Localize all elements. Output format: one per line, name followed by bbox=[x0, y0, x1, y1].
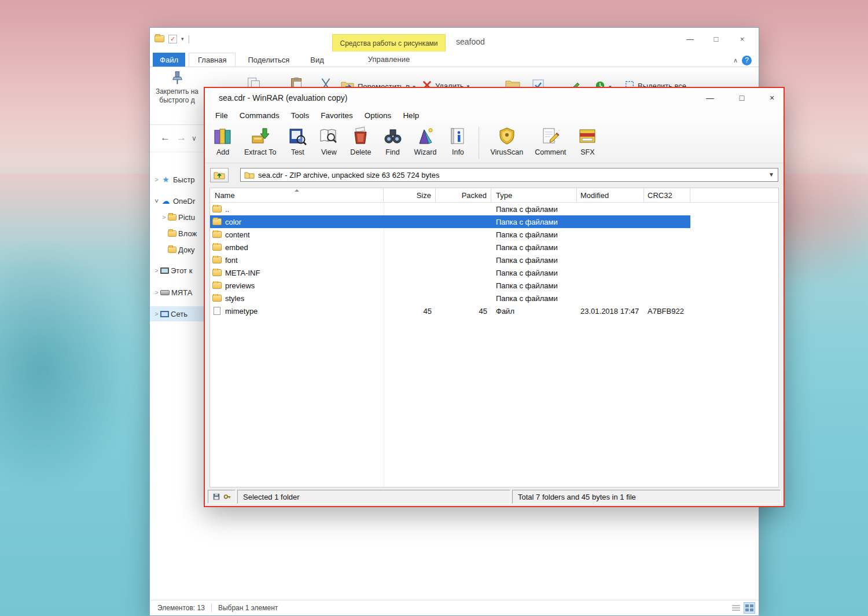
view-button[interactable]: View bbox=[315, 124, 343, 158]
menu-options[interactable]: Options bbox=[359, 111, 398, 120]
column-header-packed[interactable]: Packed bbox=[436, 188, 491, 202]
sidebar-item-2[interactable]: >Pictu bbox=[150, 210, 204, 225]
tab-home[interactable]: Главная bbox=[189, 53, 236, 67]
comment-label: Comment bbox=[535, 148, 566, 156]
winrar-titlebar[interactable]: sea.cdr - WinRAR (evaluation copy) — □ × bbox=[205, 88, 784, 108]
chevron-icon[interactable]: > bbox=[153, 197, 160, 205]
cell-name: META-INF bbox=[210, 269, 384, 277]
cell-type: Папка с файлами bbox=[491, 243, 577, 252]
minimize-icon[interactable]: — bbox=[677, 31, 703, 46]
chevron-down-icon[interactable]: ▼ bbox=[768, 171, 774, 178]
file-row[interactable]: mimetype4545Файл23.01.2018 17:47A7BFB922 bbox=[210, 305, 778, 317]
file-row[interactable]: META-INFПапка с файлами bbox=[210, 266, 778, 279]
archive-path-text: sea.cdr - ZIP archive, unpacked size 63 … bbox=[258, 171, 439, 179]
column-header-type[interactable]: Type bbox=[491, 188, 577, 202]
sort-ascending-icon bbox=[295, 189, 299, 192]
add-button[interactable]: Add bbox=[209, 124, 237, 158]
column-header-size[interactable]: Size bbox=[384, 188, 436, 202]
pin-label-line2: быстрого д bbox=[150, 96, 204, 105]
menu-favorites[interactable]: Favorites bbox=[315, 111, 359, 120]
virusscan-button[interactable]: VirusScan bbox=[486, 124, 527, 158]
close-icon[interactable]: × bbox=[762, 91, 782, 105]
chevron-icon[interactable]: > bbox=[153, 267, 160, 274]
sidebar-item-4[interactable]: Доку bbox=[150, 242, 204, 257]
help-icon[interactable]: ? bbox=[742, 56, 752, 65]
archive-path-combobox[interactable]: sea.cdr - ZIP archive, unpacked size 63 … bbox=[240, 168, 778, 182]
up-one-level-button[interactable] bbox=[210, 168, 229, 182]
file-row[interactable]: previewsПапка с файлами bbox=[210, 279, 778, 292]
cell-name: content bbox=[210, 230, 384, 239]
file-icon bbox=[214, 307, 220, 315]
wizard-button[interactable]: Wizard bbox=[410, 124, 441, 158]
collapse-ribbon-icon[interactable]: ∧ bbox=[733, 57, 738, 64]
test-button[interactable]: Test bbox=[284, 124, 311, 158]
menu-help[interactable]: Help bbox=[397, 111, 425, 120]
status-total: Total 7 folders and 45 bytes in 1 file bbox=[512, 490, 781, 504]
column-header-name[interactable]: Name bbox=[210, 188, 384, 202]
tab-file[interactable]: Файл bbox=[153, 53, 185, 67]
chevron-icon[interactable]: > bbox=[153, 289, 160, 296]
maximize-icon[interactable]: □ bbox=[731, 91, 752, 105]
column-header-crc32[interactable]: CRC32 bbox=[644, 188, 690, 202]
delete-button[interactable]: Delete bbox=[346, 124, 375, 158]
cell-packed: 45 bbox=[436, 307, 491, 316]
recent-locations-icon[interactable]: ∨ bbox=[192, 134, 197, 142]
explorer-window-title: seafood bbox=[456, 37, 485, 46]
qat-separator: | bbox=[188, 34, 190, 43]
sidebar-item-6[interactable]: >МЯТА bbox=[150, 285, 204, 300]
chevron-icon[interactable]: > bbox=[160, 214, 168, 221]
test-icon bbox=[288, 126, 307, 148]
tab-share[interactable]: Поделиться bbox=[239, 53, 298, 67]
find-button[interactable]: Find bbox=[379, 124, 407, 158]
file-row[interactable]: contentПапка с файлами bbox=[210, 228, 778, 241]
selected-count: Выбран 1 элемент bbox=[218, 604, 278, 612]
column-header-modified[interactable]: Modified bbox=[577, 188, 644, 202]
tab-view[interactable]: Вид bbox=[301, 53, 333, 67]
test-label: Test bbox=[291, 148, 304, 156]
cell-type: Папка с файлами bbox=[491, 218, 577, 226]
info-button[interactable]: Info bbox=[444, 124, 472, 158]
back-icon[interactable]: ← bbox=[160, 132, 170, 144]
file-row[interactable]: colorПапка с файлами bbox=[210, 215, 778, 228]
folder-icon[interactable] bbox=[155, 35, 164, 42]
menu-file[interactable]: File bbox=[209, 111, 234, 120]
sidebar-item-label: Pictu bbox=[178, 213, 195, 222]
qat-customize-icon[interactable]: ▾ bbox=[181, 36, 184, 42]
chevron-icon[interactable]: > bbox=[153, 176, 160, 183]
file-row[interactable]: fontПапка с файлами bbox=[210, 254, 778, 266]
sidebar-item-3[interactable]: Влож bbox=[150, 226, 204, 241]
folder-icon bbox=[168, 247, 176, 253]
sidebar-item-5[interactable]: >Этот к bbox=[150, 263, 204, 278]
close-icon[interactable]: × bbox=[729, 31, 755, 46]
menu-tools[interactable]: Tools bbox=[285, 111, 315, 120]
sidebar-item-7[interactable]: >Сеть bbox=[150, 306, 204, 321]
thumbnails-view-icon[interactable] bbox=[744, 602, 755, 614]
winrar-file-list: ..Папка с файламиcolorПапка с файламиcon… bbox=[210, 203, 778, 487]
sfx-button[interactable]: SFX bbox=[573, 124, 601, 158]
sidebar-item-1[interactable]: >☁OneDr bbox=[150, 193, 204, 208]
minimize-icon[interactable]: — bbox=[700, 91, 720, 105]
sidebar-item-0[interactable]: >★Быстр bbox=[150, 172, 204, 187]
file-row[interactable]: embedПапка с файлами bbox=[210, 241, 778, 254]
details-view-icon[interactable] bbox=[730, 602, 742, 614]
winrar-menubar: File Commands Tools Favorites Options He… bbox=[205, 108, 784, 123]
tab-manage[interactable]: Управление bbox=[332, 53, 446, 67]
cell-name: .. bbox=[210, 205, 384, 214]
picture-tools-context-tab[interactable]: Средства работы с рисунками bbox=[332, 34, 446, 52]
file-row[interactable]: ..Папка с файлами bbox=[210, 203, 778, 215]
menu-commands[interactable]: Commands bbox=[234, 111, 285, 120]
file-row[interactable]: stylesПапка с файлами bbox=[210, 292, 778, 305]
sidebar-item-label: Этот к bbox=[171, 266, 192, 275]
explorer-window-controls: — □ × bbox=[677, 31, 755, 46]
maximize-icon[interactable]: □ bbox=[703, 31, 729, 46]
cell-type: Папка с файлами bbox=[491, 256, 577, 265]
comment-button[interactable]: Comment bbox=[531, 124, 570, 158]
properties-icon[interactable]: ✓ bbox=[168, 35, 177, 43]
folder-icon bbox=[212, 206, 222, 212]
forward-icon[interactable]: → bbox=[176, 132, 186, 144]
pin-to-quick-access-button[interactable]: Закрепить на быстрого д bbox=[150, 69, 204, 105]
file-name: styles bbox=[225, 294, 244, 303]
info-label: Info bbox=[452, 148, 464, 156]
extract-to-button[interactable]: Extract To bbox=[240, 124, 280, 158]
chevron-icon[interactable]: > bbox=[153, 310, 160, 317]
